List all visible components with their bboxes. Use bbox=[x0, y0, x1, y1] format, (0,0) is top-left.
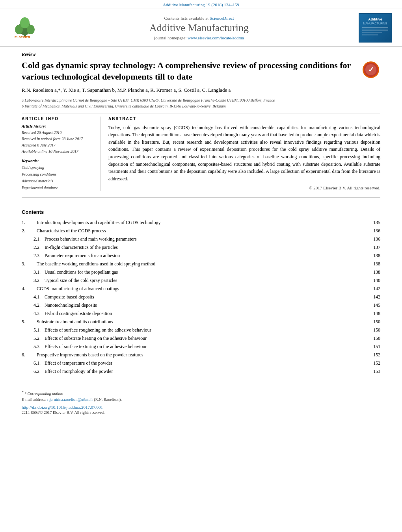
additive-badge-area: Additive MANUFACTURING bbox=[355, 13, 395, 43]
toc-item-4-1: 4.1. Composite-based deposits 142 bbox=[22, 293, 380, 300]
toc-page-5-2: 150 bbox=[368, 335, 380, 342]
badge-title: Additive bbox=[368, 17, 382, 22]
footer-section: * * Corresponding author. E-mail address… bbox=[22, 387, 380, 415]
toc-item-3-1: 3.1. Usual conditions for the propellant… bbox=[22, 269, 380, 276]
toc-item-2-2: 2.2. In-flight characteristics of the pa… bbox=[22, 244, 380, 251]
toc-dots-4-1 bbox=[207, 298, 367, 298]
accepted-date: Accepted 6 July 2017 bbox=[22, 142, 95, 148]
toc-dots-5-1 bbox=[207, 331, 367, 332]
elsevier-tree-icon: ELSEVIER bbox=[13, 17, 37, 39]
toc-num-2-2: 2.2. bbox=[34, 244, 45, 251]
science-direct-label: Contents lists available at bbox=[164, 16, 208, 20]
toc-page-6-1: 152 bbox=[368, 360, 380, 367]
email-line: E-mail address: rija-nirina.raoelism@utb… bbox=[22, 397, 380, 402]
page: Additive Manufacturing 19 (2018) 134–159… bbox=[0, 0, 402, 532]
article-title: Cold gas dynamic spray technology: A com… bbox=[22, 60, 363, 82]
toc-num-4-2: 4.2. bbox=[34, 302, 45, 309]
divider-1 bbox=[22, 113, 380, 113]
additive-manufacturing-badge: Additive MANUFACTURING bbox=[359, 13, 392, 43]
toc-dots-5-3 bbox=[207, 348, 367, 348]
toc-title-6-2: Effect of morphology of the powder bbox=[45, 368, 205, 375]
toc-page-4-1: 142 bbox=[368, 293, 380, 300]
toc-item-1: 1. Introduction; developments and capabi… bbox=[22, 219, 380, 226]
toc-page-3-1: 138 bbox=[368, 269, 380, 276]
toc-dots-3-2 bbox=[207, 282, 367, 282]
toc-page-2-1: 136 bbox=[368, 235, 380, 243]
journal-citation-bar: Additive Manufacturing 19 (2018) 134–159 bbox=[0, 0, 402, 9]
toc-page-6-2: 153 bbox=[368, 368, 380, 375]
badge-subtitle: MANUFACTURING bbox=[363, 22, 387, 25]
authors-line: R.N. Raoelison a,*, Y. Xie a, T. Sapanat… bbox=[22, 86, 380, 94]
corresponding-label: * Corresponding author. bbox=[24, 391, 63, 396]
toc-page-1: 135 bbox=[368, 219, 380, 226]
toc-item-3: 3. The baseline working conditions used … bbox=[22, 260, 380, 267]
toc-num-3-2: 3.2. bbox=[34, 277, 45, 284]
history-label: Article history: bbox=[22, 124, 95, 128]
toc-page-6: 152 bbox=[368, 351, 380, 358]
toc-num-5-1: 5.1. bbox=[34, 326, 45, 334]
toc-page-3-2: 140 bbox=[368, 277, 380, 284]
toc-dots-3 bbox=[203, 265, 367, 265]
abstract-heading: ABSTRACT bbox=[108, 117, 380, 121]
toc-dots-2-1 bbox=[207, 240, 367, 241]
toc-dots-2-2 bbox=[207, 248, 367, 249]
journal-homepage-line: journal homepage: www.elsevier.com/locat… bbox=[50, 35, 348, 40]
toc-num-4-1: 4.1. bbox=[34, 293, 45, 300]
crossmark-svg-icon: ✓ bbox=[363, 62, 378, 77]
toc-title-5-1: Effects of surface roughening on the adh… bbox=[45, 326, 205, 334]
elsevier-logo-area: ELSEVIER bbox=[7, 17, 43, 39]
article-info-heading: ARTICLE INFO bbox=[22, 117, 95, 121]
toc-item-5: 5. Substrate treatment and its contribut… bbox=[22, 318, 380, 325]
contents-section: Contents 1. Introduction; developments a… bbox=[22, 205, 380, 375]
star-icon: * bbox=[22, 390, 24, 394]
author-email[interactable]: rija-nirina.raoelism@utbm.fr bbox=[47, 397, 93, 402]
toc-title-1: Introduction; developments and capabilit… bbox=[37, 219, 201, 226]
svg-rect-8 bbox=[362, 32, 382, 33]
toc-page-4: 142 bbox=[368, 285, 380, 292]
keyword-2: Processing conditions bbox=[22, 171, 95, 178]
toc-title-2-1: Process behaviour and main working param… bbox=[45, 235, 205, 243]
content-area: Review Cold gas dynamic spray technology… bbox=[0, 47, 402, 423]
toc-dots-4 bbox=[203, 290, 367, 290]
science-direct-link[interactable]: ScienceDirect bbox=[210, 16, 234, 20]
crossmark-badge[interactable]: ✓ bbox=[363, 61, 380, 79]
toc-dots-6-1 bbox=[207, 364, 367, 365]
journal-header-center: Contents lists available at ScienceDirec… bbox=[43, 16, 355, 40]
article-info-column: ARTICLE INFO Article history: Received 2… bbox=[22, 117, 100, 191]
svg-rect-6 bbox=[362, 27, 388, 28]
toc-title-5-3: Effects of surface texturing on the adhe… bbox=[45, 343, 205, 350]
corresponding-author-note: * * Corresponding author. bbox=[22, 390, 380, 396]
toc-dots-5-2 bbox=[207, 339, 367, 340]
toc-title-6-1: Effect of temperature of the powder bbox=[45, 360, 205, 367]
toc-dots-6 bbox=[203, 356, 367, 356]
doi-link[interactable]: http://dx.doi.org/10.1016/j.addma.2017.0… bbox=[22, 405, 380, 410]
toc-dots-4-3 bbox=[207, 315, 367, 315]
journal-citation-text: Additive Manufacturing 19 (2018) 134–159 bbox=[163, 2, 239, 7]
toc-page-5-3: 151 bbox=[368, 343, 380, 350]
toc-item-5-3: 5.3. Effects of surface texturing on the… bbox=[22, 343, 380, 350]
affiliations-block: a Laboratoire Interdisciplinaire Carnot … bbox=[22, 97, 380, 109]
toc-title-2: Characteristics of the CGDS process bbox=[37, 227, 201, 234]
keywords-block: Keywords: Cold spraying Processing condi… bbox=[22, 159, 95, 191]
toc-item-6-2: 6.2. Effect of morphology of the powder … bbox=[22, 368, 380, 375]
email-label: E-mail address: bbox=[22, 397, 46, 402]
toc-item-4-3: 4.3. Hybrid coating/substrate deposition… bbox=[22, 310, 380, 317]
homepage-link[interactable]: www.elsevier.com/locate/addma bbox=[188, 35, 244, 40]
toc-dots-3-1 bbox=[207, 273, 367, 274]
svg-rect-7 bbox=[362, 30, 388, 31]
toc-page-4-3: 148 bbox=[368, 310, 380, 317]
article-body-columns: ARTICLE INFO Article history: Received 2… bbox=[22, 117, 380, 191]
copyright-line: © 2017 Elsevier B.V. All rights reserved… bbox=[108, 185, 380, 190]
elsevier-logo: ELSEVIER bbox=[13, 17, 37, 39]
toc-page-3: 138 bbox=[368, 260, 380, 267]
toc-item-5-2: 5.2. Effects of substrate heating on the… bbox=[22, 335, 380, 342]
toc-title-4-3: Hybrid coating/substrate deposition bbox=[45, 310, 205, 317]
keyword-1: Cold spraying bbox=[22, 164, 95, 171]
toc-dots-4-2 bbox=[207, 306, 367, 307]
keyword-3: Advanced materials bbox=[22, 178, 95, 184]
toc-title-3: The baseline working conditions used in … bbox=[37, 260, 201, 267]
toc-num-2: 2. bbox=[22, 227, 37, 234]
toc-dots-2-3 bbox=[207, 257, 367, 257]
journal-title-header: Additive Manufacturing bbox=[50, 22, 348, 34]
toc-page-2-3: 138 bbox=[368, 252, 380, 259]
